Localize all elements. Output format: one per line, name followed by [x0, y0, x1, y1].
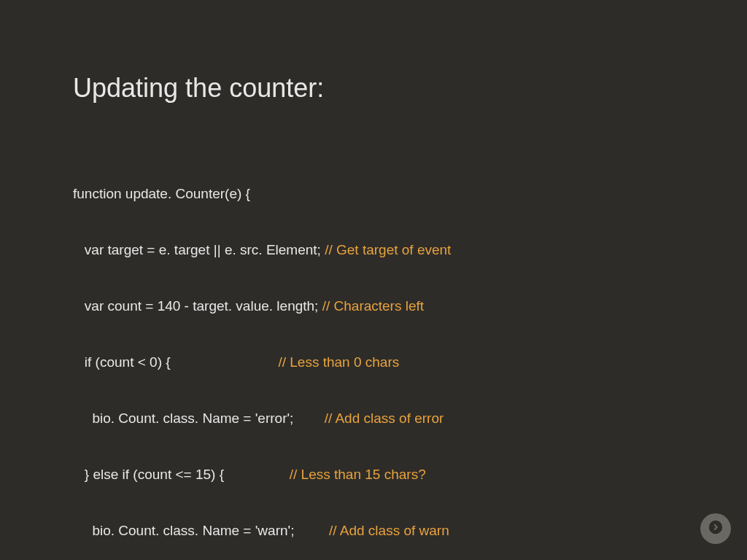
code-line: var count = 140 - target. value. length;…: [73, 297, 674, 316]
code-line: bio. Count. class. Name = 'error'; // Ad…: [73, 409, 674, 428]
arrow-right-icon: [708, 519, 724, 538]
code-line: if (count < 0) { // Less than 0 chars: [73, 353, 674, 372]
code-comment: // Less than 15 chars?: [290, 467, 426, 482]
code-text: var count = 140 - target. value. length;: [73, 298, 322, 314]
code-comment: // Get target of event: [325, 242, 451, 257]
code-text: function update. Counter(e) {: [73, 186, 250, 201]
code-text: bio. Count. class. Name = 'warn';: [73, 523, 329, 538]
code-line: } else if (count <= 15) { // Less than 1…: [73, 465, 674, 484]
slide-title: Updating the counter:: [73, 73, 674, 104]
code-text: if (count < 0) {: [73, 354, 278, 370]
next-slide-button[interactable]: [700, 513, 731, 544]
code-comment: // Add class of error: [325, 411, 444, 426]
code-comment: // Less than 0 chars: [278, 354, 399, 370]
code-text: bio. Count. class. Name = 'error';: [73, 411, 325, 426]
code-block: function update. Counter(e) { var target…: [73, 147, 674, 560]
code-line: function update. Counter(e) {: [73, 184, 674, 203]
slide: Updating the counter: function update. C…: [0, 0, 747, 560]
code-text: } else if (count <= 15) {: [73, 467, 290, 482]
code-line: bio. Count. class. Name = 'warn'; // Add…: [73, 521, 674, 540]
code-comment: // Add class of warn: [329, 523, 449, 538]
code-line: var target = e. target || e. src. Elemen…: [73, 241, 674, 260]
code-comment: // Characters left: [322, 298, 424, 314]
code-text: var target = e. target || e. src. Elemen…: [73, 242, 325, 257]
